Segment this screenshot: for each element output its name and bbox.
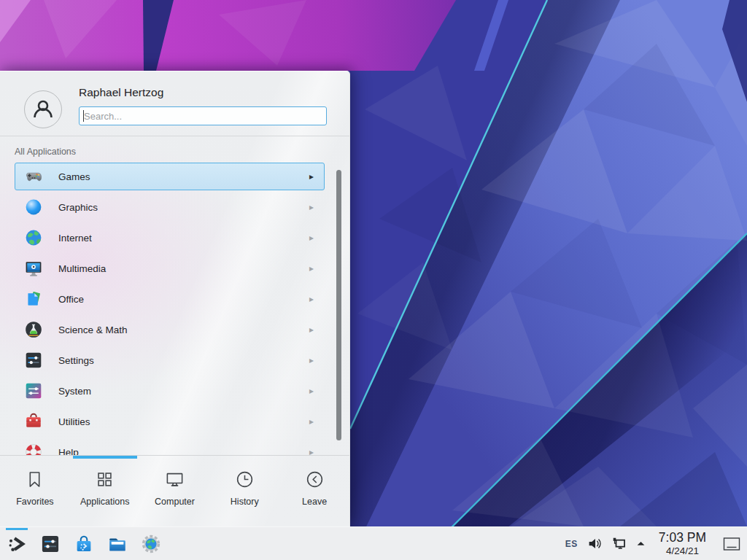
clock-date: 4/24/21	[666, 546, 699, 556]
clock[interactable]: 7:03 PM 4/24/21	[659, 532, 706, 556]
internet-icon	[24, 228, 43, 247]
taskbar-application-launcher[interactable]	[0, 527, 34, 560]
submenu-arrow-icon: ▸	[309, 294, 314, 304]
graphics-icon	[24, 198, 43, 217]
application-launcher-menu: Raphael Hertzog All Applications Games▸G…	[0, 71, 350, 526]
submenu-arrow-icon: ▸	[309, 263, 314, 273]
science-icon	[24, 320, 43, 339]
menu-item-label: Games	[58, 171, 309, 182]
taskbar-apps	[0, 527, 168, 560]
taskbar-web-browser[interactable]	[134, 527, 168, 560]
tray-expand-arrow[interactable]	[635, 538, 646, 549]
utilities-icon	[24, 412, 43, 431]
show-desktop-button[interactable]	[721, 534, 741, 553]
tray-network[interactable]	[611, 536, 627, 551]
menu-item-label: Utilities	[58, 416, 309, 427]
menu-item-label: Internet	[58, 233, 309, 244]
settings-icon	[40, 534, 61, 554]
submenu-arrow-icon: ▸	[309, 416, 314, 427]
taskbar-file-manager[interactable]	[101, 527, 134, 560]
menu-item-label: Science & Math	[58, 324, 309, 335]
launcher-header: Raphael Hertzog	[0, 71, 349, 136]
menu-item-office[interactable]: Office▸	[15, 285, 325, 313]
menu-item-utilities[interactable]: Utilities▸	[15, 408, 325, 435]
dolphin-icon	[107, 534, 128, 554]
app-list: Games▸Graphics▸Internet▸Multimedia▸Offic…	[0, 163, 349, 455]
network-icon	[611, 536, 627, 551]
menu-item-label: Help	[58, 447, 309, 456]
tray-icons	[587, 536, 646, 551]
taskbar: ES 7:03 PM 4/24/21	[0, 526, 747, 560]
header-divider	[0, 136, 349, 136]
menu-item-graphics[interactable]: Graphics▸	[15, 193, 325, 221]
browser-icon	[141, 534, 161, 554]
tab-label: Computer	[155, 497, 195, 507]
tab-label: Applications	[80, 497, 129, 507]
discover-icon	[74, 534, 94, 554]
keyboard-layout-indicator[interactable]: ES	[565, 539, 578, 549]
user-name: Raphael Hertzog	[79, 86, 163, 99]
section-label: All Applications	[15, 147, 76, 157]
settings-icon	[24, 351, 43, 370]
grid-icon	[95, 470, 115, 489]
tab-bar: FavoritesApplicationsComputerHistoryLeav…	[0, 456, 349, 527]
submenu-arrow-icon: ▸	[309, 386, 314, 396]
computer-icon	[165, 470, 185, 489]
show-desktop-icon	[722, 534, 741, 553]
tab-label: Favorites	[16, 497, 53, 507]
tray-volume[interactable]	[587, 536, 603, 551]
bookmark-icon	[25, 470, 44, 489]
menu-item-label: Graphics	[58, 202, 309, 213]
menu-item-settings[interactable]: Settings▸	[15, 346, 325, 374]
multimedia-icon	[24, 259, 43, 278]
menu-item-label: Multimedia	[58, 263, 309, 274]
menu-item-internet[interactable]: Internet▸	[15, 224, 325, 252]
history-icon	[235, 470, 255, 489]
text-caret	[83, 110, 84, 122]
tab-computer[interactable]: Computer	[140, 456, 210, 527]
menu-item-games[interactable]: Games▸	[15, 163, 325, 190]
menu-item-system[interactable]: System▸	[15, 377, 325, 405]
tab-history[interactable]: History	[209, 456, 279, 527]
menu-item-help[interactable]: Help▸	[15, 438, 325, 455]
kde-launcher-icon	[7, 534, 27, 554]
help-icon	[24, 443, 43, 455]
desktop: Raphael Hertzog All Applications Games▸G…	[0, 0, 747, 560]
system-icon	[24, 381, 43, 400]
tab-applications[interactable]: Applications	[70, 456, 140, 527]
search-field-wrap	[79, 106, 327, 125]
user-avatar[interactable]	[24, 90, 62, 128]
menu-item-multimedia[interactable]: Multimedia▸	[15, 254, 325, 282]
office-icon	[24, 289, 43, 308]
submenu-arrow-icon: ▸	[309, 233, 314, 243]
scrollbar-thumb[interactable]	[336, 170, 341, 440]
clock-time: 7:03 PM	[659, 532, 706, 545]
menu-item-label: Office	[58, 294, 309, 305]
submenu-arrow-icon: ▸	[309, 202, 314, 212]
search-input[interactable]	[79, 106, 327, 125]
menu-item-label: System	[58, 386, 309, 397]
tab-label: History	[231, 497, 259, 507]
tab-leave[interactable]: Leave	[279, 456, 349, 527]
volume-icon	[587, 536, 603, 551]
system-tray: ES 7:03 PM 4/24/21	[565, 532, 747, 556]
tab-label: Leave	[302, 497, 327, 507]
submenu-arrow-icon: ▸	[309, 355, 314, 365]
leave-icon	[305, 470, 325, 489]
taskbar-discover[interactable]	[67, 527, 101, 560]
games-icon	[24, 167, 43, 186]
user-icon	[31, 97, 55, 122]
expand-arrow-icon	[635, 538, 646, 549]
taskbar-system-settings[interactable]	[34, 527, 67, 560]
submenu-arrow-icon: ▸	[309, 447, 314, 455]
menu-item-label: Settings	[58, 355, 309, 366]
active-tab-indicator	[73, 456, 137, 459]
menu-item-science-math[interactable]: Science & Math▸	[15, 316, 325, 343]
submenu-arrow-icon: ▸	[309, 171, 314, 182]
submenu-arrow-icon: ▸	[309, 324, 314, 335]
tab-favorites[interactable]: Favorites	[0, 456, 70, 527]
